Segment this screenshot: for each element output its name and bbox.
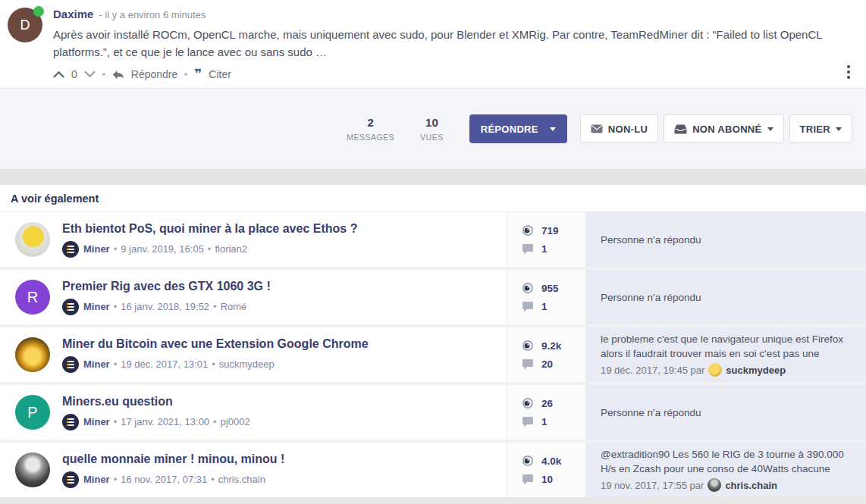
topic-author-avatar[interactable]: [15, 337, 50, 372]
avatar-letter: D: [20, 17, 30, 33]
views-count-block: 10 VUES: [420, 116, 444, 142]
topic-date: 19 déc. 2017, 13:01: [110, 358, 209, 370]
related-topic-row: P Miners.eu question Miner 17 janv. 2021…: [0, 385, 866, 440]
vote-count: 0: [71, 68, 77, 80]
topic-main: R Premier Rig avec des GTX 1060 3G ! Min…: [0, 270, 507, 324]
topic-title-link[interactable]: Eth bientot PoS, quoi miner à la place a…: [62, 222, 357, 236]
sort-button[interactable]: TRIER: [789, 114, 853, 143]
topic-author-avatar[interactable]: R: [15, 280, 50, 315]
separator-dot: [102, 73, 105, 76]
post-body-text: Après avoir installé ROCm, OpenCL marche…: [53, 26, 851, 61]
topic-views-count: 4.0k: [541, 455, 561, 467]
topic-author-link[interactable]: pj0002: [209, 416, 250, 427]
no-reply-text: Personne n'a répondu: [601, 407, 851, 418]
eye-icon: [522, 455, 534, 467]
topic-date: 17 janv. 2021, 13:00: [110, 416, 209, 427]
topic-views-count: 9.2k: [541, 340, 561, 352]
reply-button-label: RÉPONDRE: [481, 124, 538, 135]
topic-date: 16 nov. 2017, 07:31: [110, 474, 208, 485]
avatar[interactable]: D: [8, 8, 42, 42]
separator-dot: [184, 73, 187, 76]
unread-button[interactable]: NON-LU: [580, 114, 658, 143]
topic-author-link[interactable]: florian2: [204, 243, 247, 255]
avatar-letter: P: [27, 404, 37, 421]
downvote-button[interactable]: [84, 70, 96, 78]
envelope-icon: [591, 124, 603, 133]
topic-title-link[interactable]: Miners.eu question: [62, 395, 250, 409]
reply-author-avatar[interactable]: [708, 478, 721, 492]
no-reply-text: Personne n'a répondu: [601, 234, 851, 246]
related-topics-list: Eth bientot PoS, quoi miner à la place a…: [0, 212, 866, 497]
reply-author-link[interactable]: chris.chain: [725, 480, 777, 491]
category-list-icon[interactable]: [62, 471, 79, 488]
chevron-down-icon: [836, 127, 842, 134]
topic-views-count: 955: [541, 283, 559, 294]
topic-category-link[interactable]: Miner: [83, 301, 110, 312]
topic-reply-preview: Personne n'a répondu: [585, 212, 866, 267]
speech-bubble-icon: [522, 358, 534, 370]
topic-category-link[interactable]: Miner: [83, 358, 110, 370]
topic-category-link[interactable]: Miner: [83, 474, 110, 485]
topic-author-avatar[interactable]: P: [15, 395, 50, 430]
reply-date: 19 nov. 2017, 17:55 par: [601, 480, 704, 491]
reply-author-avatar[interactable]: [708, 363, 722, 377]
speech-bubble-icon: [522, 416, 534, 427]
eye-icon: [522, 340, 534, 352]
quote-button[interactable]: Citer: [209, 68, 231, 80]
topic-main: Eth bientot PoS, quoi miner à la place a…: [0, 212, 507, 267]
topic-replies-count: 10: [541, 474, 553, 485]
speech-bubble-icon: [522, 474, 534, 485]
topic-reply-preview: @extradition90 Les 560 le RIG de 3 tourn…: [585, 443, 866, 497]
speech-bubble-icon: [522, 243, 534, 255]
topic-category-link[interactable]: Miner: [83, 243, 110, 255]
subscribe-button[interactable]: NON ABONNÉ: [664, 114, 783, 143]
reply-preview-text: le probleme c'est que le navigateur uniq…: [601, 333, 851, 362]
topic-post: D Daxime - il y a environ 6 minutes Aprè…: [0, 0, 866, 89]
reply-button[interactable]: RÉPONDRE: [469, 114, 567, 143]
topic-author-avatar[interactable]: [15, 222, 50, 257]
upvote-button[interactable]: [53, 70, 64, 78]
topic-date: 9 janv. 2019, 16:05: [110, 243, 204, 255]
topic-replies-count: 20: [541, 358, 553, 370]
topic-stats-column: 9.2k 20: [507, 327, 585, 382]
reply-preview-text: @extradition90 Les 560 le RIG de 3 tourn…: [601, 448, 851, 477]
topic-replies-count: 1: [541, 243, 548, 255]
category-list-icon[interactable]: [62, 241, 79, 258]
related-topics-panel: A voir également Eth bientot PoS, quoi m…: [0, 185, 866, 497]
topic-author-link[interactable]: chris.chain: [207, 474, 265, 485]
sort-button-label: TRIER: [800, 124, 831, 135]
chevron-down-icon: [550, 127, 556, 134]
topic-main: Miner du Bitcoin avec une Extension Goog…: [0, 327, 507, 382]
category-list-icon[interactable]: [62, 414, 79, 430]
related-topic-row: Miner du Bitcoin avec une Extension Goog…: [0, 327, 866, 382]
chevron-down-icon: [767, 127, 773, 134]
reply-date: 19 déc. 2017, 19:45 par: [601, 365, 704, 376]
category-list-icon[interactable]: [62, 299, 79, 315]
topic-stats-column: 4.0k 10: [507, 443, 585, 497]
eye-icon: [522, 224, 534, 236]
unread-button-label: NON-LU: [608, 124, 648, 135]
topic-title-link[interactable]: Premier Rig avec des GTX 1060 3G !: [62, 280, 271, 293]
category-list-icon[interactable]: [62, 356, 79, 373]
topic-author-link[interactable]: Romé: [209, 301, 246, 312]
topic-author-avatar[interactable]: [15, 452, 50, 487]
messages-count: 2: [347, 116, 394, 129]
topic-reply-preview: le probleme c'est que le navigateur uniq…: [585, 327, 866, 382]
kebab-menu-icon[interactable]: [843, 65, 854, 79]
reply-author-link[interactable]: suckmydeep: [726, 365, 786, 376]
speech-bubble-icon: [522, 301, 534, 312]
avatar-letter: R: [27, 289, 38, 306]
topic-views-count: 719: [541, 225, 559, 236]
topic-category-link[interactable]: Miner: [83, 416, 110, 427]
topic-author-link[interactable]: suckmydeep: [208, 358, 275, 370]
post-author-link[interactable]: Daxime: [53, 8, 93, 20]
messages-label: MESSAGES: [347, 133, 394, 142]
reply-post-button[interactable]: Répondre: [131, 68, 178, 80]
section-divider: [0, 169, 866, 185]
topic-title-link[interactable]: Miner du Bitcoin avec une Extension Goog…: [62, 337, 369, 351]
views-label: VUES: [420, 133, 444, 142]
quote-icon: ❞: [194, 70, 202, 78]
topic-reply-preview: Personne n'a répondu: [585, 270, 866, 324]
views-count: 10: [420, 116, 444, 129]
topic-title-link[interactable]: quelle monnaie miner ! minou, minou !: [62, 452, 284, 466]
